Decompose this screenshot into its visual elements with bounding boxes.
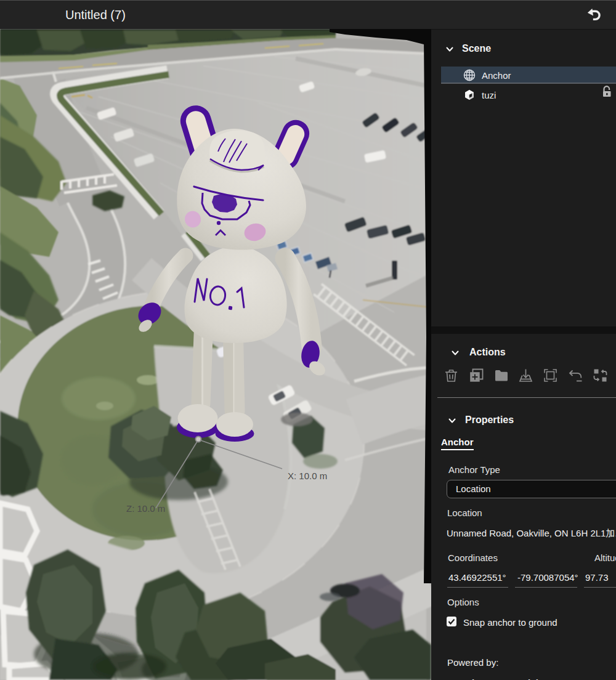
svg-text:X: 10.0 m: X: 10.0 m (288, 471, 327, 481)
svg-text:Z: 10.0 m: Z: 10.0 m (126, 503, 165, 514)
